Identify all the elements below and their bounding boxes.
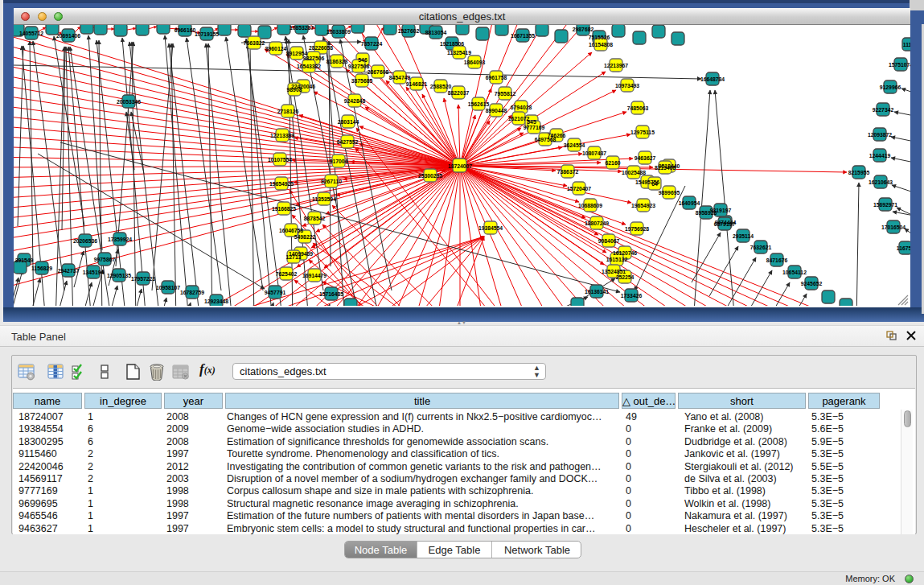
svg-text:2718126: 2718126	[277, 109, 299, 114]
svg-text:19654925: 19654925	[269, 181, 294, 187]
svg-text:19654923: 19654923	[631, 203, 655, 208]
svg-text:252254: 252254	[616, 274, 634, 280]
svg-text:16671355: 16671355	[511, 33, 535, 39]
svg-text:20053346: 20053346	[117, 99, 141, 105]
svg-text:15751074: 15751074	[889, 62, 910, 68]
svg-text:14055712: 14055712	[19, 31, 43, 36]
svg-text:17957223: 17957223	[131, 276, 155, 282]
svg-text:8113468: 8113468	[655, 165, 676, 171]
svg-text:6966160: 6966160	[175, 27, 196, 33]
svg-text:8990448: 8990448	[486, 108, 507, 113]
svg-text:12905135: 12905135	[107, 273, 131, 278]
svg-text:11353594: 11353594	[312, 196, 336, 202]
svg-text:16033809: 16033809	[326, 29, 351, 35]
svg-text:10654112: 10654112	[782, 270, 807, 275]
svg-text:16914479: 16914479	[302, 273, 326, 278]
svg-text:116753: 116753	[897, 245, 910, 251]
svg-text:917004: 917004	[330, 159, 348, 164]
svg-text:17359924: 17359924	[108, 237, 132, 242]
svg-text:9457791: 9457791	[265, 290, 286, 295]
svg-text:16210643: 16210643	[869, 179, 893, 185]
svg-text:546: 546	[358, 57, 368, 63]
svg-text:7857224: 7857224	[361, 41, 383, 47]
svg-text:19384554: 19384554	[478, 225, 503, 231]
svg-text:19218506: 19218506	[440, 41, 464, 47]
svg-text:16154808: 16154808	[589, 42, 613, 47]
svg-text:18724007: 18724007	[448, 163, 472, 169]
svg-text:16120746: 16120746	[613, 250, 637, 256]
svg-text:1733426: 1733426	[621, 293, 643, 299]
svg-text:19756928: 19756928	[625, 226, 649, 232]
svg-text:391549: 391549	[15, 257, 34, 263]
svg-text:13524851: 13524851	[602, 269, 626, 274]
svg-text:20691406: 20691406	[56, 33, 80, 39]
svg-text:8471676: 8471676	[766, 257, 788, 263]
svg-text:7386372: 7386372	[557, 169, 579, 175]
svg-text:16046758: 16046758	[279, 228, 303, 233]
svg-text:2588520: 2588520	[430, 84, 452, 89]
svg-text:9777169: 9777169	[524, 125, 545, 130]
svg-text:6879197: 6879197	[714, 221, 736, 227]
svg-text:9227342: 9227342	[873, 107, 894, 113]
svg-text:6497568: 6497568	[535, 137, 556, 142]
svg-text:10807487: 10807487	[582, 150, 606, 156]
svg-text:64: 64	[651, 181, 658, 187]
svg-text:12213389: 12213389	[270, 133, 294, 138]
svg-text:10853287: 10853287	[290, 25, 314, 31]
svg-text:9899695: 9899695	[659, 190, 680, 196]
svg-text:7515526: 7515526	[589, 35, 610, 40]
svg-text:15692971: 15692971	[873, 202, 897, 208]
svg-text:62160: 62160	[606, 160, 621, 166]
svg-text:9084067: 9084067	[598, 238, 620, 244]
svg-text:2942737: 2942737	[58, 268, 80, 274]
svg-text:1156829: 1156829	[31, 266, 52, 271]
svg-text:7663822: 7663822	[244, 40, 265, 46]
svg-text:6961758: 6961758	[486, 75, 507, 80]
svg-text:9242848: 9242848	[344, 98, 366, 104]
svg-text:25300295: 25300295	[418, 173, 442, 179]
svg-text:15716485: 15716485	[319, 291, 343, 297]
svg-text:16136141: 16136141	[585, 289, 609, 295]
svg-text:7485063: 7485063	[627, 105, 649, 111]
svg-text:7625402: 7625402	[276, 271, 298, 277]
svg-text:9975867: 9975867	[94, 257, 116, 262]
svg-text:1562615: 1562615	[468, 101, 490, 107]
svg-text:1615132: 1615132	[606, 257, 628, 262]
svg-text:9827506: 9827506	[303, 56, 325, 61]
svg-text:8215955: 8215955	[848, 170, 870, 175]
svg-text:1640954: 1640954	[679, 200, 700, 206]
svg-text:8960124: 8960124	[265, 46, 287, 51]
svg-text:545: 545	[527, 119, 536, 125]
svg-text:10107554: 10107554	[268, 157, 292, 163]
svg-text:9245652: 9245652	[801, 281, 823, 286]
svg-text:10719155: 10719155	[195, 31, 219, 37]
svg-text:16648784: 16648784	[700, 76, 725, 82]
svg-text:3624554: 3624554	[564, 142, 585, 148]
svg-text:5498222: 5498222	[294, 234, 316, 240]
svg-text:15720407: 15720407	[567, 186, 591, 192]
svg-text:3875685: 3875685	[351, 78, 373, 84]
svg-text:7955812: 7955812	[495, 91, 516, 97]
svg-text:11325419: 11325419	[447, 50, 471, 56]
svg-text:2935114: 2935114	[733, 233, 754, 239]
svg-text:7632621: 7632621	[750, 245, 772, 250]
svg-text:18807249: 18807249	[585, 220, 609, 226]
svg-text:8454749: 8454749	[389, 75, 411, 80]
svg-text:9146821: 9146821	[406, 81, 428, 87]
svg-text:12713: 12713	[286, 254, 302, 260]
svg-text:8267110: 8267110	[321, 179, 342, 184]
svg-text:8813054: 8813054	[425, 30, 447, 35]
svg-text:1864093: 1864093	[464, 60, 486, 65]
svg-text:10958107: 10958107	[156, 285, 180, 290]
svg-text:12093872: 12093872	[868, 132, 892, 138]
svg-text:8186328: 8186328	[326, 59, 348, 64]
svg-text:16543382: 16543382	[297, 64, 321, 69]
svg-text:1345194: 1345194	[83, 270, 105, 275]
svg-text:9327508: 9327508	[348, 64, 370, 69]
svg-text:12975115: 12975115	[630, 130, 655, 135]
svg-text:2987682: 2987682	[573, 27, 594, 32]
svg-text:2867608: 2867608	[368, 69, 389, 75]
svg-text:2803144: 2803144	[338, 119, 359, 125]
svg-text:8958928: 8958928	[696, 210, 717, 216]
svg-text:17016504: 17016504	[881, 225, 906, 230]
